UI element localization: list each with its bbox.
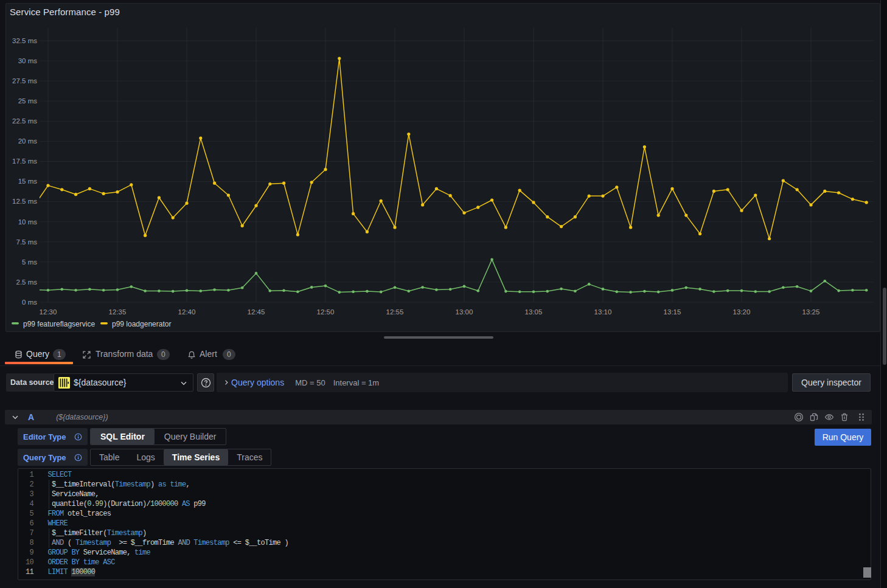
- svg-text:7.5 ms: 7.5 ms: [16, 238, 37, 246]
- svg-text:13:10: 13:10: [594, 308, 612, 316]
- svg-text:13:20: 13:20: [733, 308, 751, 316]
- svg-text:13:05: 13:05: [525, 308, 543, 316]
- svg-text:32.5 ms: 32.5 ms: [12, 37, 37, 44]
- svg-text:0 ms: 0 ms: [22, 299, 37, 306]
- svg-text:20 ms: 20 ms: [18, 137, 38, 145]
- svg-text:p99 featureflagservice: p99 featureflagservice: [23, 320, 95, 328]
- svg-text:12:55: 12:55: [386, 308, 404, 316]
- svg-text:12:45: 12:45: [248, 308, 265, 316]
- svg-text:13:15: 13:15: [664, 308, 681, 316]
- svg-text:12:40: 12:40: [178, 308, 196, 316]
- svg-text:17.5 ms: 17.5 ms: [12, 157, 37, 165]
- svg-text:p99 loadgenerator: p99 loadgenerator: [112, 320, 171, 328]
- svg-text:22.5 ms: 22.5 ms: [12, 117, 37, 125]
- svg-text:12:50: 12:50: [317, 308, 335, 316]
- svg-text:12.5 ms: 12.5 ms: [12, 198, 37, 205]
- svg-text:13:00: 13:00: [456, 308, 473, 316]
- svg-text:12:30: 12:30: [40, 308, 57, 316]
- svg-text:2.5 ms: 2.5 ms: [16, 278, 37, 286]
- svg-text:13:25: 13:25: [802, 308, 820, 316]
- svg-text:15 ms: 15 ms: [18, 178, 38, 185]
- svg-text:25 ms: 25 ms: [18, 97, 38, 105]
- svg-text:12:35: 12:35: [109, 308, 127, 316]
- svg-text:30 ms: 30 ms: [18, 57, 38, 64]
- svg-text:27.5 ms: 27.5 ms: [12, 77, 37, 85]
- svg-text:5 ms: 5 ms: [22, 258, 37, 266]
- svg-text:10 ms: 10 ms: [18, 218, 38, 226]
